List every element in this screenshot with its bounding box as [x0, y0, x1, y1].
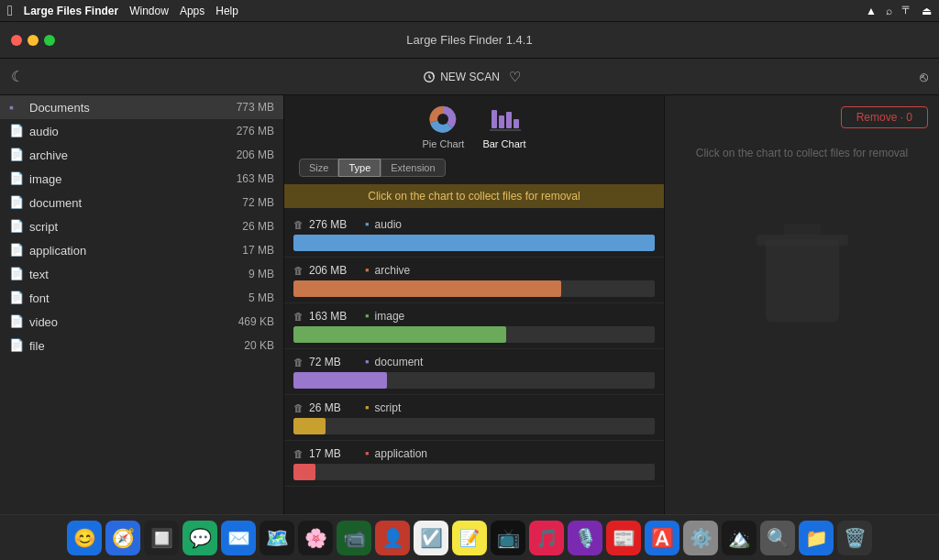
dock-mountainduck[interactable]: 🏔️ [722, 521, 757, 555]
bar-fill [293, 418, 326, 434]
bar-trash-icon: 🗑 [293, 402, 304, 413]
bar-fill [293, 280, 561, 297]
dark-mode-icon[interactable]: ☾ [11, 68, 24, 85]
remove-button[interactable]: Remove · 0 [841, 106, 928, 128]
sidebar-item-file[interactable]: 📄 file 20 KB [0, 334, 283, 357]
dock-contacts[interactable]: 👤 [375, 521, 410, 555]
svg-rect-11 [779, 251, 787, 306]
bar-folder-icon: ▪ [365, 355, 370, 368]
bar-trash-icon: 🗑 [293, 311, 304, 322]
sidebar-root-size: 773 MB [237, 101, 274, 114]
bar-rows: 🗑 276 MB ▪ audio 🗑 206 MB ▪ archive 🗑 16… [284, 212, 664, 487]
bar-row-audio[interactable]: 🗑 276 MB ▪ audio [284, 212, 664, 258]
bar-row-application[interactable]: 🗑 17 MB ▪ application [284, 441, 664, 487]
sidebar-item-size: 20 KB [244, 339, 274, 352]
dock-facetime[interactable]: 📹 [337, 521, 371, 555]
bar-label: document [375, 356, 424, 368]
bar-chart-area[interactable]: Click on the chart to collect files for … [284, 184, 664, 514]
dock-spotlight[interactable]: 🔍 [760, 521, 795, 555]
new-scan-button[interactable]: NEW SCAN [423, 71, 500, 83]
bar-row-document[interactable]: 🗑 72 MB ▪ document [284, 349, 664, 395]
sidebar-item-name: application [29, 244, 242, 258]
sidebar-item-size: 5 MB [249, 291, 274, 304]
bar-row-script[interactable]: 🗑 26 MB ▪ script [284, 395, 664, 441]
pie-chart-tab[interactable]: Pie Chart [423, 103, 465, 149]
sidebar-item-audio[interactable]: 📄 audio 276 MB [0, 119, 283, 143]
sidebar-item-video[interactable]: 📄 video 469 KB [0, 310, 283, 334]
menu-help[interactable]: Help [215, 5, 238, 17]
sidebar-item-size: 469 KB [238, 315, 274, 328]
bar-chart-tab[interactable]: Bar Chart [482, 103, 525, 149]
dock-news[interactable]: 📰 [606, 521, 641, 555]
bar-size-label: 163 MB [309, 310, 359, 323]
sidebar-root-name: Documents [29, 101, 237, 115]
filter-type[interactable]: Type [338, 159, 381, 177]
dock-finder[interactable]: 😊 [67, 521, 102, 555]
bar-label: image [375, 310, 405, 323]
sidebar-item-size: 9 MB [249, 268, 274, 280]
control-center-icon[interactable]: ▲ [866, 5, 877, 17]
right-panel: Remove · 0 Click on the chart to collect… [664, 95, 939, 514]
sidebar-item-documents[interactable]: ▪ Documents 773 MB [0, 95, 283, 119]
sidebar-item-application[interactable]: 📄 application 17 MB [0, 238, 283, 262]
dock-mail[interactable]: ✉️ [221, 521, 256, 555]
bar-row-image[interactable]: 🗑 163 MB ▪ image [284, 303, 664, 349]
bar-folder-icon: ▪ [365, 263, 370, 277]
dock-safari[interactable]: 🧭 [105, 521, 140, 555]
chart-header-message: Click on the chart to collect files for … [284, 184, 664, 208]
dock-appletv[interactable]: 📺 [491, 521, 525, 555]
dock-trash[interactable]: 🗑️ [837, 521, 872, 555]
bar-folder-icon: ▪ [365, 446, 370, 460]
filter-size[interactable]: Size [299, 159, 338, 177]
favorite-icon[interactable]: ♡ [509, 69, 521, 85]
apple-menu[interactable]:  [7, 3, 13, 19]
dock-messages[interactable]: 💬 [182, 521, 217, 555]
close-button[interactable] [11, 35, 22, 46]
fullscreen-button[interactable] [44, 35, 55, 46]
menu-window[interactable]: Window [129, 5, 169, 17]
sidebar-item-archive[interactable]: 📄 archive 206 MB [0, 143, 283, 167]
dock-reminders[interactable]: ☑️ [414, 521, 448, 555]
new-scan-label: NEW SCAN [440, 71, 500, 83]
sidebar-item-name: video [29, 315, 238, 329]
dock-maps[interactable]: 🗺️ [260, 521, 294, 555]
sidebar-item-name: archive [29, 148, 237, 162]
bar-track [293, 235, 655, 251]
filter-tabs: Size Type Extension [299, 159, 649, 177]
sidebar-item-name: text [29, 268, 249, 281]
file-icon: 📄 [9, 243, 24, 258]
minimize-button[interactable] [28, 35, 39, 46]
dock-podcasts[interactable]: 🎙️ [568, 521, 602, 555]
menubar:  Large Files Finder Window Apps Help ▲ … [0, 0, 939, 22]
dock-appstore[interactable]: 🅰️ [645, 521, 679, 555]
file-icon: 📄 [9, 267, 24, 281]
svg-rect-10 [784, 224, 821, 236]
svg-rect-5 [506, 112, 512, 128]
share-icon[interactable]: ⎋ [920, 69, 928, 84]
sidebar-item-document[interactable]: 📄 document 72 MB [0, 191, 283, 214]
bar-row-archive[interactable]: 🗑 206 MB ▪ archive [284, 258, 664, 303]
window-title: Large Files Finder 1.4.1 [406, 33, 532, 47]
dock-notes[interactable]: 📝 [452, 521, 487, 555]
dock-files[interactable]: 📁 [799, 521, 834, 555]
dock-sysprefs[interactable]: ⚙️ [683, 521, 718, 555]
wifi-icon[interactable]: 〒 [901, 3, 912, 18]
sidebar-item-image[interactable]: 📄 image 163 MB [0, 167, 283, 191]
sidebar-item-size: 26 MB [242, 220, 274, 233]
app-name-menu[interactable]: Large Files Finder [24, 5, 118, 17]
sidebar-item-size: 206 MB [237, 148, 274, 161]
search-menubar-icon[interactable]: ⌕ [886, 5, 892, 17]
file-icon: 📄 [9, 148, 24, 162]
sidebar-item-font[interactable]: 📄 font 5 MB [0, 286, 283, 310]
sidebar-item-script[interactable]: 📄 script 26 MB [0, 214, 283, 238]
svg-rect-3 [492, 110, 497, 128]
menu-apps[interactable]: Apps [180, 5, 204, 17]
filter-extension[interactable]: Extension [381, 159, 445, 177]
eject-icon[interactable]: ⏏ [922, 5, 932, 17]
sidebar-item-text[interactable]: 📄 text 9 MB [0, 262, 283, 286]
dock-launchpad[interactable]: 🔲 [144, 521, 179, 555]
bar-folder-icon: ▪ [365, 309, 370, 323]
bar-fill [293, 372, 387, 389]
dock-photos[interactable]: 🌸 [298, 521, 333, 555]
dock-music[interactable]: 🎵 [529, 521, 564, 555]
